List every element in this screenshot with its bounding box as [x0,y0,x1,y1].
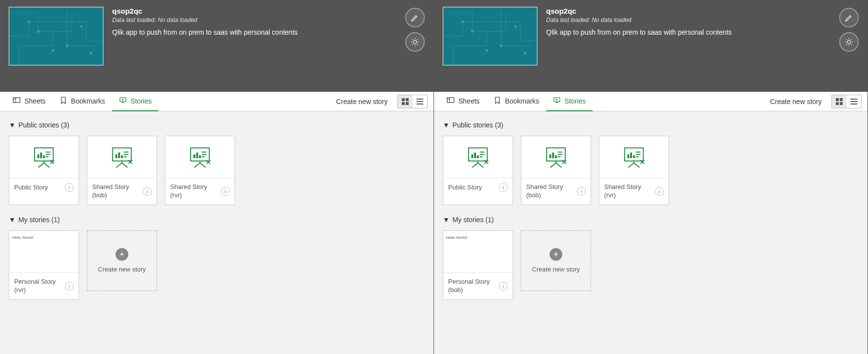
grid-view-button[interactable] [832,95,847,108]
story-preview: Hello World! [443,231,513,273]
app-header: qsop2qc Data last loaded: No data loaded… [0,0,434,92]
story-thumbnail [521,136,591,178]
stories-icon [553,96,561,105]
chevron-down-icon: ▼ [9,121,16,129]
info-icon[interactable]: i [499,183,508,192]
story-label: Personal Story (rvr) [14,278,63,294]
public-stories-header[interactable]: ▼ Public stories (3) [443,121,859,129]
add-card-label: Create new story [532,266,580,273]
content-area: ▼ Public stories (3) Public Story i Shar… [0,111,434,354]
story-card[interactable]: Shared Story (rvr) i [165,136,235,205]
sheet-icon [447,96,454,105]
settings-button[interactable] [405,32,425,52]
story-card[interactable]: Public Story i [9,136,79,205]
story-preview: Hello World! [9,231,79,273]
story-card[interactable]: Shared Story (bob) i [87,136,157,205]
bookmark-icon [59,96,67,105]
right-panel: qsop2qc Data last loaded: No data loaded… [434,0,868,354]
edit-button[interactable] [405,8,425,27]
grid-view-button[interactable] [398,95,413,108]
tab-stories[interactable]: Stories [546,92,593,111]
tabs-row: Sheets Bookmarks Stories Create new stor… [0,92,434,111]
content-area: ▼ Public stories (3) Public Story i Shar… [434,111,868,354]
tab-sheets[interactable]: Sheets [440,92,487,111]
chevron-down-icon: ▼ [443,216,450,224]
info-icon[interactable]: i [143,187,152,196]
app-title: qsop2qc [546,7,859,15]
app-title: qsop2qc [112,7,425,15]
story-thumbnail [9,136,79,178]
chevron-down-icon: ▼ [443,121,450,129]
story-label: Shared Story (bob) [526,183,575,200]
story-card[interactable]: Hello World! Personal Story (bob) i [443,230,513,300]
tab-bookmarks[interactable]: Bookmarks [53,92,112,111]
left-panel: qsop2qc Data last loaded: No data loaded… [0,0,434,354]
plus-icon: + [550,248,562,261]
story-card[interactable]: Public Story i [443,136,513,205]
story-label: Public Story [448,184,497,192]
tab-stories[interactable]: Stories [112,92,159,111]
story-label: Shared Story (bob) [92,183,141,200]
app-thumbnail [443,7,537,65]
tab-bookmarks[interactable]: Bookmarks [487,92,546,111]
create-new-story-card[interactable]: + Create new story [87,230,157,291]
settings-button[interactable] [839,32,859,52]
tab-sheets[interactable]: Sheets [6,92,53,111]
create-new-story-card[interactable]: + Create new story [521,230,591,291]
story-thumbnail [599,136,669,178]
list-view-button[interactable] [847,95,861,108]
info-icon[interactable]: i [65,183,74,192]
info-icon[interactable]: i [577,187,586,196]
view-toggle [397,95,428,108]
tabs-row: Sheets Bookmarks Stories Create new stor… [434,92,868,111]
list-view-button[interactable] [413,95,427,108]
story-thumbnail [87,136,157,178]
bookmark-icon [493,96,501,105]
story-thumbnail [443,136,513,178]
create-new-story-link[interactable]: Create new story [330,98,394,105]
app-thumbnail [9,7,103,65]
story-card[interactable]: Shared Story (rvr) i [599,136,669,205]
story-card[interactable]: Shared Story (bob) i [521,136,591,205]
story-card[interactable]: Hello World! Personal Story (rvr) i [9,230,79,300]
app-description: Qlik app to push from on prem to saas wi… [112,28,425,36]
stories-icon [119,96,127,105]
chevron-down-icon: ▼ [9,216,16,224]
story-label: Shared Story (rvr) [170,183,219,200]
edit-button[interactable] [839,8,859,27]
app-data-loaded: Data last loaded: No data loaded [546,17,859,23]
info-icon[interactable]: i [499,282,508,291]
info-icon[interactable]: i [65,282,74,291]
view-toggle [831,95,862,108]
story-label: Shared Story (rvr) [604,183,653,200]
my-stories-header[interactable]: ▼ My stories (1) [443,216,859,224]
plus-icon: + [116,248,128,261]
app-description: Qlik app to push from on prem to saas wi… [546,28,859,36]
public-stories-header[interactable]: ▼ Public stories (3) [9,121,425,129]
add-card-label: Create new story [98,266,146,273]
info-icon[interactable]: i [221,187,230,196]
sheet-icon [13,96,20,105]
create-new-story-link[interactable]: Create new story [764,98,828,105]
my-stories-header[interactable]: ▼ My stories (1) [9,216,425,224]
story-label: Public Story [14,184,63,192]
app-header: qsop2qc Data last loaded: No data loaded… [434,0,868,92]
story-label: Personal Story (bob) [448,278,497,294]
story-thumbnail [165,136,235,178]
info-icon[interactable]: i [655,187,664,196]
app-data-loaded: Data last loaded: No data loaded [112,17,425,23]
